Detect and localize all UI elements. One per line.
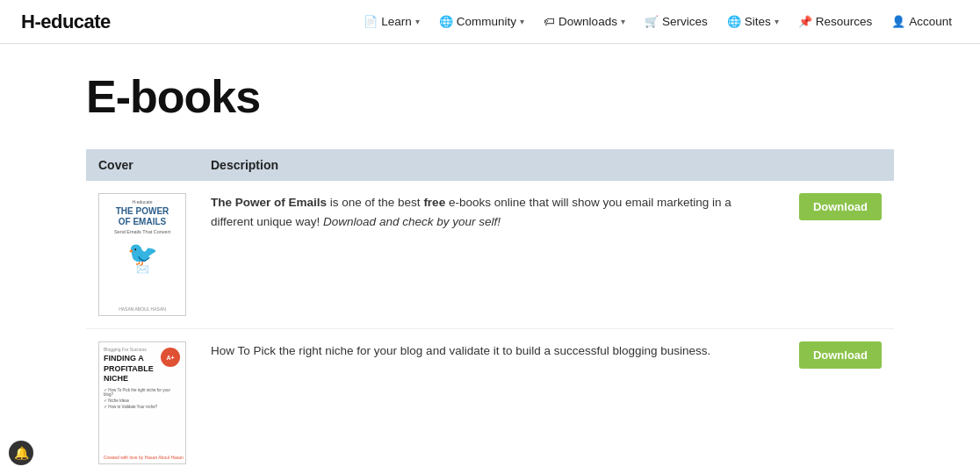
book2-line1: ✓ How To Pick the right niche for your b…	[104, 388, 181, 397]
book2-footer-author: Hasan Aboul Hasan	[145, 455, 184, 460]
nav-label-community: Community	[457, 15, 516, 28]
nav-item-community[interactable]: 🌐 Community ▾	[432, 10, 531, 33]
notification-bell[interactable]: 🔔	[9, 441, 33, 465]
book2-line3: ✓ How to Validate Your niche?	[104, 405, 181, 409]
nav-label-services: Services	[662, 15, 708, 28]
download-cell-2: Download	[787, 329, 894, 475]
downloads-icon: 🏷	[544, 15, 555, 28]
col-cover: Cover	[86, 149, 198, 181]
site-logo[interactable]: H-educate	[21, 11, 111, 33]
book2-badge: A+	[161, 348, 180, 367]
nav-item-learn[interactable]: 📄 Learn ▾	[357, 10, 427, 33]
book2-cover: A+ Blogging For Success FINDING APROFITA…	[98, 341, 186, 464]
navbar: H-educate 📄 Learn ▾ 🌐 Community ▾ 🏷 Down…	[0, 0, 980, 44]
downloads-dropdown-arrow: ▾	[621, 17, 625, 26]
book2-lines: ✓ How To Pick the right niche for your b…	[104, 388, 181, 409]
book1-desc-text1: is one of the best	[327, 196, 423, 209]
book1-header-text: H-educate	[132, 199, 152, 205]
book2-footer: Created with love by Hasan Aboul Hasan	[104, 455, 184, 460]
ebooks-table: Cover Description H-educate THE POWEROF …	[86, 149, 894, 474]
book1-cover: H-educate THE POWEROF EMAILS Send Emails…	[98, 193, 186, 316]
nav-item-account[interactable]: 👤 Account	[884, 10, 959, 33]
nav-item-services[interactable]: 🛒 Services	[638, 10, 715, 33]
book1-title-text: THE POWEROF EMAILS	[116, 206, 169, 227]
col-action	[787, 149, 894, 181]
nav-label-resources: Resources	[816, 15, 873, 28]
download-button-2[interactable]: Download	[799, 341, 882, 369]
page-content: E-books Cover Description H-educate THE …	[68, 44, 912, 474]
nav-item-sites[interactable]: 🌐 Sites ▾	[720, 10, 786, 33]
nav-label-learn: Learn	[381, 15, 412, 28]
book1-desc-title: The Power of Emails	[211, 196, 327, 209]
col-description: Description	[198, 149, 787, 181]
nav-label-account: Account	[909, 15, 952, 28]
envelope-icon: ✉️	[136, 263, 149, 276]
nav-label-downloads: Downloads	[558, 15, 617, 28]
nav-item-downloads[interactable]: 🏷 Downloads ▾	[537, 10, 632, 33]
book2-footer-text: Created with love by	[104, 455, 145, 460]
book1-desc-italic: Download and check by your self!	[323, 215, 501, 228]
sites-dropdown-arrow: ▾	[775, 17, 779, 26]
sites-icon: 🌐	[727, 15, 741, 28]
book1-desc-bold: free	[423, 196, 445, 209]
book1-author-text: HASAN ABOUL HASAN	[119, 306, 166, 312]
book1-subtitle-text: Send Emails That Convert	[114, 229, 170, 234]
resources-icon: 📌	[798, 15, 812, 28]
account-icon: 👤	[891, 15, 905, 28]
nav-menu: 📄 Learn ▾ 🌐 Community ▾ 🏷 Downloads ▾ 🛒 …	[357, 10, 959, 33]
table-header: Cover Description	[86, 149, 894, 181]
community-dropdown-arrow: ▾	[520, 17, 524, 26]
book2-desc-text: How To Pick the right niche for your blo…	[211, 344, 710, 357]
table-body: H-educate THE POWEROF EMAILS Send Emails…	[86, 181, 894, 474]
book2-line2: ✓ Niche Ideas	[104, 399, 181, 403]
table-header-row: Cover Description	[86, 149, 894, 181]
learn-icon: 📄	[364, 15, 378, 28]
nav-label-sites: Sites	[745, 15, 771, 28]
cover-cell-1: H-educate THE POWEROF EMAILS Send Emails…	[86, 181, 198, 329]
download-cell-1: Download	[787, 181, 894, 329]
table-row: H-educate THE POWEROF EMAILS Send Emails…	[86, 181, 894, 329]
download-button-1[interactable]: Download	[799, 193, 882, 220]
desc-cell-1: The Power of Emails is one of the best f…	[198, 181, 787, 329]
desc-cell-2: How To Pick the right niche for your blo…	[198, 329, 787, 475]
table-row: A+ Blogging For Success FINDING APROFITA…	[86, 329, 894, 475]
page-title: E-books	[86, 70, 894, 123]
community-icon: 🌐	[439, 15, 453, 28]
services-icon: 🛒	[645, 15, 659, 28]
nav-item-resources[interactable]: 📌 Resources	[791, 10, 880, 33]
learn-dropdown-arrow: ▾	[415, 17, 420, 26]
cover-cell-2: A+ Blogging For Success FINDING APROFITA…	[86, 329, 198, 475]
